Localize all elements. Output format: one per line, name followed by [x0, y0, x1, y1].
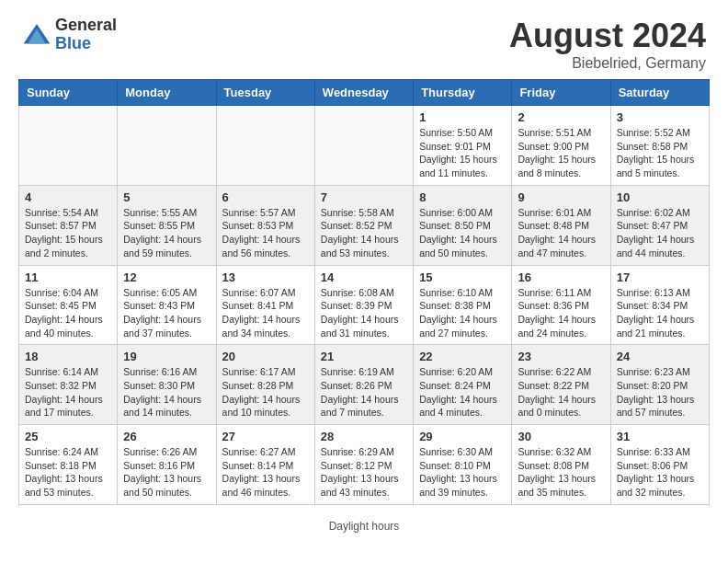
day-info: Sunrise: 6:10 AMSunset: 8:38 PMDaylight:… [419, 286, 506, 340]
day-number: 8 [419, 190, 506, 204]
day-number: 12 [123, 270, 210, 284]
logo-blue-text: Blue [55, 35, 117, 53]
day-number: 5 [123, 190, 210, 204]
day-header-sunday: Sunday [19, 80, 118, 106]
calendar-body: 1Sunrise: 5:50 AMSunset: 9:01 PMDaylight… [19, 106, 710, 505]
day-header-monday: Monday [118, 80, 216, 106]
calendar-cell: 5Sunrise: 5:55 AMSunset: 8:55 PMDaylight… [118, 185, 216, 265]
day-number: 3 [617, 110, 703, 124]
calendar-cell [216, 106, 314, 186]
day-info: Sunrise: 5:57 AMSunset: 8:53 PMDaylight:… [222, 206, 309, 260]
day-number: 4 [25, 190, 111, 204]
calendar-week-1: 1Sunrise: 5:50 AMSunset: 9:01 PMDaylight… [19, 106, 710, 186]
day-info: Sunrise: 6:27 AMSunset: 8:14 PMDaylight:… [222, 445, 309, 500]
calendar-wrapper: SundayMondayTuesdayWednesdayThursdayFrid… [0, 79, 728, 514]
day-number: 16 [518, 270, 604, 284]
calendar-table: SundayMondayTuesdayWednesdayThursdayFrid… [18, 79, 710, 505]
day-number: 26 [123, 430, 210, 443]
days-header-row: SundayMondayTuesdayWednesdayThursdayFrid… [19, 80, 710, 106]
day-info: Sunrise: 6:14 AMSunset: 8:32 PMDaylight:… [25, 365, 111, 419]
calendar-cell: 30Sunrise: 6:32 AMSunset: 8:08 PMDayligh… [512, 425, 610, 505]
calendar-cell: 10Sunrise: 6:02 AMSunset: 8:47 PMDayligh… [610, 185, 709, 265]
calendar-cell: 22Sunrise: 6:20 AMSunset: 8:24 PMDayligh… [414, 345, 512, 425]
page-header: General Blue August 2024 Biebelried, Ger… [0, 0, 728, 79]
calendar-cell: 12Sunrise: 6:05 AMSunset: 8:43 PMDayligh… [118, 265, 216, 345]
calendar-cell: 3Sunrise: 5:52 AMSunset: 8:58 PMDaylight… [610, 106, 709, 186]
day-number: 20 [222, 350, 309, 363]
calendar-cell: 9Sunrise: 6:01 AMSunset: 8:48 PMDaylight… [512, 185, 610, 265]
title-block: August 2024 Biebelried, Germany [509, 17, 706, 72]
day-info: Sunrise: 5:50 AMSunset: 9:01 PMDaylight:… [419, 126, 506, 180]
calendar-cell: 2Sunrise: 5:51 AMSunset: 9:00 PMDaylight… [512, 106, 610, 186]
day-number: 7 [321, 190, 407, 204]
day-info: Sunrise: 5:52 AMSunset: 8:58 PMDaylight:… [617, 126, 703, 180]
calendar-cell [314, 106, 413, 186]
day-header-wednesday: Wednesday [314, 80, 413, 106]
day-number: 1 [419, 110, 506, 124]
calendar-cell: 18Sunrise: 6:14 AMSunset: 8:32 PMDayligh… [19, 345, 118, 425]
day-info: Sunrise: 5:58 AMSunset: 8:52 PMDaylight:… [321, 206, 407, 260]
day-number: 25 [25, 430, 111, 443]
day-number: 10 [617, 190, 703, 204]
calendar-week-3: 11Sunrise: 6:04 AMSunset: 8:45 PMDayligh… [19, 265, 710, 345]
calendar-title: August 2024 [509, 17, 706, 55]
calendar-cell: 1Sunrise: 5:50 AMSunset: 9:01 PMDaylight… [414, 106, 512, 186]
logo-general-text: General [55, 17, 117, 35]
calendar-week-5: 25Sunrise: 6:24 AMSunset: 8:18 PMDayligh… [19, 425, 710, 505]
day-number: 24 [617, 350, 703, 363]
day-number: 31 [617, 430, 703, 443]
calendar-cell: 4Sunrise: 5:54 AMSunset: 8:57 PMDaylight… [19, 185, 118, 265]
day-number: 22 [419, 350, 506, 363]
day-info: Sunrise: 6:00 AMSunset: 8:50 PMDaylight:… [419, 206, 506, 260]
calendar-cell: 13Sunrise: 6:07 AMSunset: 8:41 PMDayligh… [216, 265, 314, 345]
logo-icon [22, 20, 51, 50]
day-info: Sunrise: 6:13 AMSunset: 8:34 PMDaylight:… [617, 286, 703, 340]
calendar-cell: 26Sunrise: 6:26 AMSunset: 8:16 PMDayligh… [118, 425, 216, 505]
day-number: 19 [123, 350, 210, 363]
calendar-cell: 28Sunrise: 6:29 AMSunset: 8:12 PMDayligh… [314, 425, 413, 505]
day-header-thursday: Thursday [414, 80, 512, 106]
calendar-header: SundayMondayTuesdayWednesdayThursdayFrid… [19, 80, 710, 106]
logo: General Blue [22, 17, 117, 53]
day-info: Sunrise: 5:51 AMSunset: 9:00 PMDaylight:… [518, 126, 604, 180]
day-number: 30 [518, 430, 604, 443]
day-info: Sunrise: 6:30 AMSunset: 8:10 PMDaylight:… [419, 445, 506, 500]
day-number: 15 [419, 270, 506, 284]
day-info: Sunrise: 6:32 AMSunset: 8:08 PMDaylight:… [518, 445, 604, 500]
calendar-cell: 31Sunrise: 6:33 AMSunset: 8:06 PMDayligh… [610, 425, 709, 505]
day-info: Sunrise: 6:05 AMSunset: 8:43 PMDaylight:… [123, 286, 210, 340]
day-number: 9 [518, 190, 604, 204]
day-number: 27 [222, 430, 309, 443]
day-info: Sunrise: 6:17 AMSunset: 8:28 PMDaylight:… [222, 365, 309, 419]
calendar-cell: 6Sunrise: 5:57 AMSunset: 8:53 PMDaylight… [216, 185, 314, 265]
day-info: Sunrise: 6:02 AMSunset: 8:47 PMDaylight:… [617, 206, 703, 260]
calendar-cell [19, 106, 118, 186]
calendar-cell: 29Sunrise: 6:30 AMSunset: 8:10 PMDayligh… [414, 425, 512, 505]
calendar-cell: 24Sunrise: 6:23 AMSunset: 8:20 PMDayligh… [610, 345, 709, 425]
day-info: Sunrise: 6:07 AMSunset: 8:41 PMDaylight:… [222, 286, 309, 340]
day-number: 23 [518, 350, 604, 363]
calendar-cell: 15Sunrise: 6:10 AMSunset: 8:38 PMDayligh… [414, 265, 512, 345]
day-number: 21 [321, 350, 407, 363]
day-number: 11 [25, 270, 111, 284]
calendar-cell: 20Sunrise: 6:17 AMSunset: 8:28 PMDayligh… [216, 345, 314, 425]
day-info: Sunrise: 6:29 AMSunset: 8:12 PMDaylight:… [321, 445, 407, 500]
calendar-week-4: 18Sunrise: 6:14 AMSunset: 8:32 PMDayligh… [19, 345, 710, 425]
calendar-cell: 23Sunrise: 6:22 AMSunset: 8:22 PMDayligh… [512, 345, 610, 425]
calendar-cell: 21Sunrise: 6:19 AMSunset: 8:26 PMDayligh… [314, 345, 413, 425]
day-info: Sunrise: 6:04 AMSunset: 8:45 PMDaylight:… [25, 286, 111, 340]
calendar-cell: 19Sunrise: 6:16 AMSunset: 8:30 PMDayligh… [118, 345, 216, 425]
calendar-cell: 17Sunrise: 6:13 AMSunset: 8:34 PMDayligh… [610, 265, 709, 345]
calendar-cell: 16Sunrise: 6:11 AMSunset: 8:36 PMDayligh… [512, 265, 610, 345]
calendar-cell: 8Sunrise: 6:00 AMSunset: 8:50 PMDaylight… [414, 185, 512, 265]
day-number: 28 [321, 430, 407, 443]
day-number: 17 [617, 270, 703, 284]
day-info: Sunrise: 6:19 AMSunset: 8:26 PMDaylight:… [321, 365, 407, 419]
day-info: Sunrise: 6:11 AMSunset: 8:36 PMDaylight:… [518, 286, 604, 340]
day-number: 2 [518, 110, 604, 124]
day-number: 6 [222, 190, 309, 204]
calendar-cell [118, 106, 216, 186]
day-number: 13 [222, 270, 309, 284]
day-info: Sunrise: 6:33 AMSunset: 8:06 PMDaylight:… [617, 445, 703, 500]
day-header-saturday: Saturday [610, 80, 709, 106]
